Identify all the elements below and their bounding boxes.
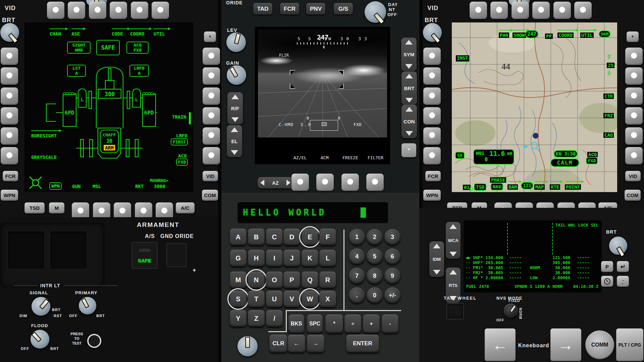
mfd-soft-key[interactable] xyxy=(532,2,550,19)
mfd-left-keys[interactable] xyxy=(423,48,441,165)
mfd-top-keys[interactable] xyxy=(470,2,592,19)
flood-knob[interactable] xyxy=(31,330,49,349)
plt-cpg-button[interactable]: PLT / CPG xyxy=(616,328,643,361)
acq-fxd-box[interactable]: FXD xyxy=(586,157,598,164)
key-x[interactable]: X xyxy=(319,291,336,307)
vid-button[interactable]: VID xyxy=(625,171,641,181)
kneeboard-next-button[interactable]: → xyxy=(550,328,581,361)
swap-button[interactable]: →← xyxy=(617,276,629,287)
key-p[interactable]: P xyxy=(283,272,300,288)
acq-fxd-box[interactable]: ACQ FXD xyxy=(126,42,149,54)
key-clr[interactable]: CLR xyxy=(269,335,287,353)
mfd-soft-key[interactable] xyxy=(47,2,64,19)
map-tab[interactable]: MAP xyxy=(534,184,545,190)
brightness-knob[interactable] xyxy=(0,23,19,42)
mfd-soft-key[interactable] xyxy=(625,127,643,145)
key-spc[interactable]: SPC xyxy=(307,314,323,333)
mfd-soft-key[interactable] xyxy=(131,2,148,19)
mfd-soft-key[interactable] xyxy=(1,107,18,125)
key-left[interactable]: ← xyxy=(288,335,305,353)
com-button[interactable]: COM xyxy=(625,190,641,201)
key-7[interactable]: 7 xyxy=(349,268,365,284)
tab-code[interactable]: CODE xyxy=(112,31,123,37)
key-c[interactable]: C xyxy=(266,229,283,245)
mfd-soft-key[interactable] xyxy=(110,2,127,19)
grayscale-label[interactable]: GRAYSCALE xyxy=(31,155,57,160)
mfd-right-keys[interactable] xyxy=(625,48,643,165)
brightness-knob[interactable] xyxy=(423,23,442,42)
util-tab[interactable]: UTIL xyxy=(580,33,594,38)
key-plusminus[interactable]: +/- xyxy=(384,287,400,303)
tab-coord[interactable]: COORD xyxy=(130,31,144,37)
key-j[interactable]: J xyxy=(283,250,300,266)
caq-label[interactable]: CAQ xyxy=(603,132,614,138)
mfd-soft-key[interactable] xyxy=(423,48,441,65)
key-r[interactable]: R xyxy=(319,272,336,288)
key-y[interactable]: Y xyxy=(230,310,247,327)
idm-rocker[interactable]: IDM xyxy=(429,241,444,277)
wpn-button[interactable]: WPN xyxy=(423,190,441,201)
key-t[interactable]: T xyxy=(248,291,265,307)
mfd-soft-key[interactable] xyxy=(625,48,643,65)
ac-button[interactable]: A/C xyxy=(176,202,195,214)
key-m[interactable]: M xyxy=(230,272,247,288)
mfd-soft-key[interactable] xyxy=(203,87,220,105)
mfd-soft-key[interactable] xyxy=(512,2,529,19)
wpn-tab[interactable]: WPN xyxy=(49,182,62,190)
mfd-soft-key[interactable] xyxy=(1,127,18,145)
comm-button[interactable]: COMM xyxy=(585,330,614,359)
mfd-soft-key[interactable] xyxy=(203,107,220,125)
tsd-button[interactable]: TSD xyxy=(24,202,45,214)
mfd-soft-key[interactable] xyxy=(423,127,441,145)
key-w[interactable]: W xyxy=(302,291,318,307)
key-3[interactable]: 3 xyxy=(384,229,400,245)
mfd-soft-key[interactable] xyxy=(423,107,441,125)
key-f[interactable]: F xyxy=(319,229,336,245)
scale-box[interactable]: 5KM xyxy=(599,31,610,38)
mfd-soft-key[interactable] xyxy=(470,2,487,19)
mfd-soft-key[interactable] xyxy=(423,67,441,85)
mfd-soft-key[interactable] xyxy=(423,147,441,165)
mfd-soft-key[interactable] xyxy=(203,127,220,145)
key-e[interactable]: E xyxy=(302,229,318,245)
mfd-soft-key[interactable] xyxy=(1,48,18,65)
key-9[interactable]: 9 xyxy=(384,268,400,284)
key-z[interactable]: Z xyxy=(248,310,265,327)
zoom-in-icon[interactable]: ⇧ xyxy=(607,52,611,60)
tsd-tab[interactable]: TSD xyxy=(474,183,486,191)
mfd-soft-key[interactable] xyxy=(553,2,571,19)
asterisk-button[interactable]: * xyxy=(204,32,216,42)
idm-up-icon[interactable] xyxy=(433,244,440,248)
key-1[interactable]: 1 xyxy=(349,229,365,245)
stopwatch-button[interactable] xyxy=(601,276,613,287)
key-g[interactable]: G xyxy=(230,250,247,266)
tail-wheel-button[interactable] xyxy=(446,303,464,319)
acq-fxd-value[interactable]: FXD xyxy=(176,159,188,166)
key-u[interactable]: U xyxy=(266,291,283,307)
key-8[interactable]: 8 xyxy=(367,268,383,284)
key-a[interactable]: A xyxy=(230,229,247,245)
coord-tab[interactable]: COORD xyxy=(557,33,574,38)
gun-tab[interactable]: GUN xyxy=(72,184,80,189)
press-to-test-button[interactable] xyxy=(87,334,101,348)
key-b[interactable]: B xyxy=(248,229,265,245)
tab-ase[interactable]: ASE xyxy=(71,31,80,37)
key-i[interactable]: I xyxy=(266,250,283,266)
eufd-brightness-knob[interactable] xyxy=(609,237,627,255)
mfd-soft-key[interactable] xyxy=(1,67,18,85)
mfd-soft-key[interactable] xyxy=(490,2,508,19)
mfd-right-keys[interactable] xyxy=(203,48,220,165)
safe-box[interactable]: SAFE xyxy=(96,40,120,55)
mfd-soft-key[interactable] xyxy=(89,2,106,19)
key-5[interactable]: 5 xyxy=(367,248,383,264)
key-bks[interactable]: BKS xyxy=(288,314,304,333)
mfd-soft-key[interactable] xyxy=(68,2,85,19)
pp-tab[interactable]: PP xyxy=(545,34,553,39)
mfd-soft-key[interactable] xyxy=(1,147,18,165)
tab-chan[interactable]: CHAN xyxy=(50,31,61,37)
key-6[interactable]: 6 xyxy=(384,248,400,264)
key-*[interactable]: * xyxy=(325,314,343,333)
mfd-left-keys[interactable] xyxy=(1,48,18,165)
key-right[interactable]: → xyxy=(307,335,324,353)
mfd-soft-key[interactable] xyxy=(625,147,643,165)
